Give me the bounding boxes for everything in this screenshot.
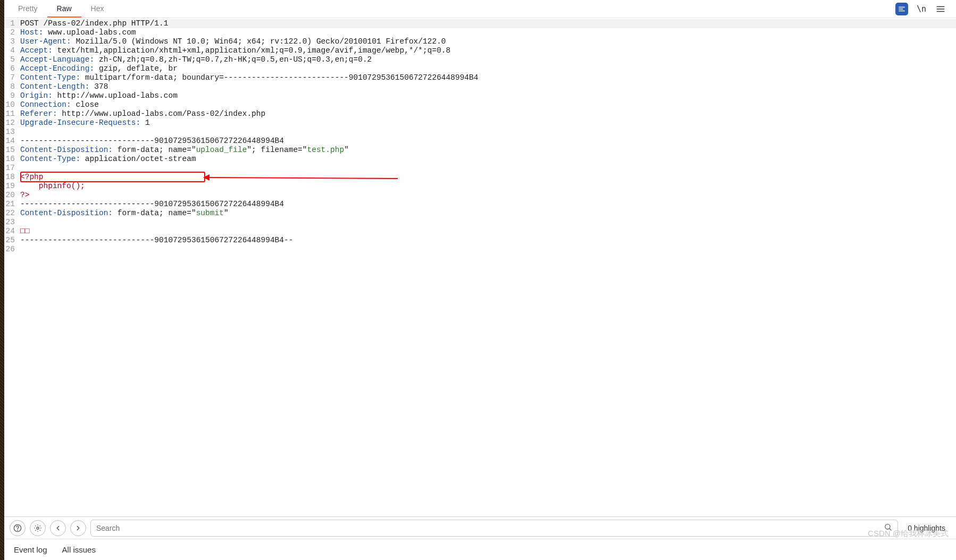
search-input-wrap (90, 520, 898, 537)
line-number: 21 (4, 200, 18, 209)
search-input[interactable] (96, 524, 884, 532)
line-number: 4 (4, 46, 18, 55)
tabs-group: Pretty Raw Hex (9, 0, 114, 18)
line-content[interactable]: POST /Pass-02/index.php HTTP/1.1 (18, 19, 168, 28)
line-number: 24 (4, 227, 18, 236)
svg-point-8 (18, 530, 18, 530)
all-issues-button[interactable]: All issues (62, 545, 96, 554)
highlights-count: 0 highlights (902, 524, 951, 532)
main-panel: Pretty Raw Hex \n 1POST /Pass-02/index.p… (4, 0, 956, 560)
line-content[interactable]: Accept: text/html,application/xhtml+xml,… (18, 46, 450, 55)
menu-icon[interactable] (935, 3, 946, 15)
code-line: 7Content-Type: multipart/form-data; boun… (4, 73, 956, 82)
tab-hex[interactable]: Hex (81, 0, 114, 18)
line-content[interactable] (18, 218, 20, 227)
line-number: 22 (4, 209, 18, 218)
event-log-button[interactable]: Event log (14, 545, 47, 554)
code-line: 14-----------------------------901072953… (4, 137, 956, 146)
line-number: 6 (4, 64, 18, 73)
line-content[interactable]: -----------------------------90107295361… (18, 137, 284, 146)
code-line: 5Accept-Language: zh-CN,zh;q=0.8,zh-TW;q… (4, 55, 956, 64)
code-line: 15Content-Disposition: form-data; name="… (4, 146, 956, 155)
line-content[interactable]: Origin: http://www.upload-labs.com (18, 91, 178, 100)
code-line: 20?> (4, 191, 956, 200)
line-content[interactable]: phpinfo(); (18, 182, 85, 191)
tab-pretty[interactable]: Pretty (9, 0, 47, 18)
line-number: 16 (4, 155, 18, 164)
prev-match-icon[interactable] (50, 520, 66, 536)
line-number: 26 (4, 245, 18, 254)
line-number: 3 (4, 37, 18, 46)
code-line: 12Upgrade-Insecure-Requests: 1 (4, 118, 956, 128)
line-content[interactable]: Content-Length: 378 (18, 82, 108, 91)
svg-line-11 (890, 529, 891, 530)
code-line: 26 (4, 245, 956, 254)
wrap-toggle-icon[interactable] (895, 3, 908, 15)
line-content[interactable]: Connection: close (18, 100, 99, 109)
code-line: 4Accept: text/html,application/xhtml+xml… (4, 46, 956, 55)
line-number: 18 (4, 173, 18, 182)
code-line: 9Origin: http://www.upload-labs.com (4, 91, 956, 100)
settings-icon[interactable] (30, 520, 46, 536)
line-number: 14 (4, 137, 18, 146)
tab-bar: Pretty Raw Hex \n (4, 0, 956, 18)
code-line: 11Referer: http://www.upload-labs.com/Pa… (4, 109, 956, 118)
code-line: 10Connection: close (4, 100, 956, 109)
search-icon[interactable] (884, 523, 892, 533)
line-content[interactable]: Content-Type: multipart/form-data; bound… (18, 73, 478, 82)
line-number: 11 (4, 109, 18, 118)
line-content[interactable]: Host: www.upload-labs.com (18, 28, 136, 37)
line-number: 5 (4, 55, 18, 64)
line-number: 19 (4, 182, 18, 191)
newline-toggle-icon[interactable]: \n (916, 3, 927, 15)
toolbar-right: \n (895, 3, 952, 15)
line-number: 8 (4, 82, 18, 91)
code-line: 25-----------------------------901072953… (4, 236, 956, 245)
line-number: 17 (4, 164, 18, 173)
next-match-icon[interactable] (70, 520, 86, 536)
line-content[interactable]: Content-Disposition: form-data; name="up… (18, 146, 349, 155)
line-content[interactable]: Accept-Encoding: gzip, deflate, br (18, 64, 178, 73)
code-line: 24□□ (4, 227, 956, 236)
code-line: 23 (4, 218, 956, 227)
code-line: 6Accept-Encoding: gzip, deflate, br (4, 64, 956, 73)
line-content[interactable]: Content-Disposition: form-data; name="su… (18, 209, 229, 218)
line-content[interactable] (18, 245, 20, 254)
help-icon[interactable] (10, 520, 26, 536)
line-content[interactable]: <?php (18, 173, 44, 182)
line-number: 13 (4, 128, 18, 137)
bottom-bar: Event log All issues (4, 539, 956, 560)
line-content[interactable]: User-Agent: Mozilla/5.0 (Windows NT 10.0… (18, 37, 446, 46)
line-number: 12 (4, 118, 18, 128)
line-content[interactable] (18, 128, 20, 137)
line-content[interactable]: Upgrade-Insecure-Requests: 1 (18, 118, 150, 128)
line-number: 20 (4, 191, 18, 200)
line-content[interactable]: ?> (18, 191, 29, 200)
code-line: 21-----------------------------901072953… (4, 200, 956, 209)
code-line: 3User-Agent: Mozilla/5.0 (Windows NT 10.… (4, 37, 956, 46)
line-content[interactable]: Referer: http://www.upload-labs.com/Pass… (18, 109, 265, 118)
line-content[interactable]: Content-Type: application/octet-stream (18, 155, 196, 164)
code-line: 8Content-Length: 378 (4, 82, 956, 91)
line-number: 9 (4, 91, 18, 100)
line-number: 1 (4, 19, 18, 28)
line-number: 10 (4, 100, 18, 109)
line-number: 23 (4, 218, 18, 227)
left-edge-strip (0, 0, 4, 560)
search-bar: 0 highlights (4, 516, 956, 539)
code-line: 22Content-Disposition: form-data; name="… (4, 209, 956, 218)
line-content[interactable]: □□ (18, 227, 29, 236)
line-content[interactable] (18, 164, 20, 173)
line-number: 7 (4, 73, 18, 82)
code-line: 19 phpinfo(); (4, 182, 956, 191)
code-line: 16Content-Type: application/octet-stream (4, 155, 956, 164)
line-content[interactable]: -----------------------------90107295361… (18, 200, 284, 209)
code-line: 1POST /Pass-02/index.php HTTP/1.1 (4, 19, 956, 28)
line-number: 2 (4, 28, 18, 37)
svg-point-9 (37, 527, 39, 529)
tab-raw[interactable]: Raw (47, 0, 81, 18)
raw-editor[interactable]: 1POST /Pass-02/index.php HTTP/1.12Host: … (4, 18, 956, 516)
line-content[interactable]: -----------------------------90107295361… (18, 236, 293, 245)
line-content[interactable]: Accept-Language: zh-CN,zh;q=0.8,zh-TW;q=… (18, 55, 372, 64)
code-line: 13 (4, 128, 956, 137)
